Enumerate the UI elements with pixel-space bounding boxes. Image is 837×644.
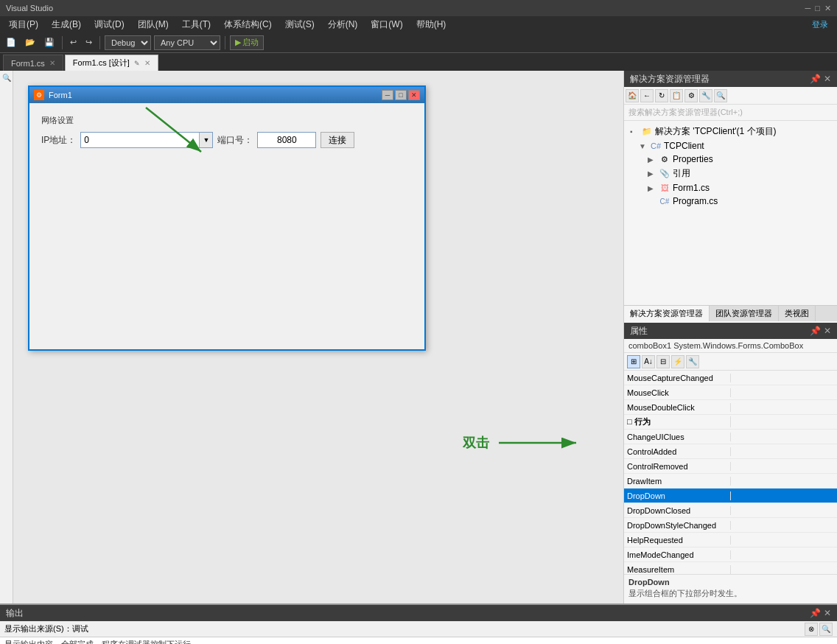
props-properties-btn[interactable]: ⊟: [656, 355, 670, 368]
se-back-btn[interactable]: ←: [640, 89, 654, 102]
se-refresh-btn[interactable]: ↻: [655, 89, 668, 102]
minimize-btn[interactable]: ─: [805, 4, 811, 13]
output-clear-btn[interactable]: ⊗: [805, 623, 818, 636]
props-row-mousedoubleclick[interactable]: MouseDoubleClick: [624, 400, 837, 415]
tab-designer-close[interactable]: ✕: [144, 59, 150, 67]
menu-item-tools[interactable]: 工具(T): [176, 17, 217, 32]
designer-area: ⚙ Form1 ─ □ ✕ 网络设置 IP地址： ▼ 端口号：: [13, 71, 623, 603]
menu-item-help[interactable]: 帮助(H): [410, 17, 452, 32]
tab-form1-cs-close[interactable]: ✕: [49, 59, 55, 67]
tree-item-program[interactable]: C# Program.cs: [624, 195, 837, 208]
se-search-box[interactable]: 搜索解决方案资源管理器(Ctrl+;): [624, 105, 837, 121]
tab-designer-icon: ✎: [134, 60, 140, 67]
tree-item-form1[interactable]: ▶ 🖼 Form1.cs: [624, 181, 837, 195]
props-row-dropdown[interactable]: DropDown: [624, 489, 837, 503]
props-pin-btn[interactable]: 📌: [810, 326, 821, 336]
props-row-measureitem[interactable]: MeasureItem: [624, 562, 837, 574]
props-row-dropdownstylechanged[interactable]: DropDownStyleChanged: [624, 518, 837, 533]
props-row-changeuicues[interactable]: ChangeUIClues: [624, 430, 837, 444]
se-copy-btn[interactable]: 📋: [670, 89, 683, 102]
separator-2: [99, 36, 100, 49]
port-input[interactable]: [257, 132, 316, 148]
output-body: 显示输出内容，全部完成，程序在调试器控制下运行...: [0, 637, 837, 644]
tree-item-properties[interactable]: ▶ ⚙ Properties: [624, 153, 837, 166]
props-row-controlremoved[interactable]: ControlRemoved: [624, 459, 837, 474]
props-row-drawitem[interactable]: DrawItem: [624, 474, 837, 489]
solution-explorer-header: 解决方案资源管理器 📌 ✕: [624, 71, 837, 87]
se-settings-btn[interactable]: 🔧: [699, 89, 712, 102]
se-tab-class[interactable]: 类视图: [779, 306, 816, 321]
toolbar-btn-open[interactable]: 📂: [22, 36, 38, 49]
form-window: ⚙ Form1 ─ □ ✕ 网络设置 IP地址： ▼ 端口号：: [28, 85, 426, 351]
form-row-ip: IP地址： ▼ 端口号： 连接: [41, 132, 413, 148]
props-row-mouseclick[interactable]: MouseClick: [624, 385, 837, 400]
props-row-imemodechanged[interactable]: ImeModeChanged: [624, 547, 837, 562]
se-close-btn[interactable]: ✕: [824, 74, 831, 84]
props-alphabetical-btn[interactable]: A↓: [642, 355, 655, 368]
props-name-helprequested: HelpRequested: [624, 536, 731, 545]
menu-item-window[interactable]: 窗口(W): [365, 17, 408, 32]
left-gutter: 🔍: [0, 71, 13, 603]
menu-item-test[interactable]: 测试(S): [279, 17, 321, 32]
references-icon: 📎: [659, 169, 670, 179]
toolbar-btn-redo[interactable]: ↪: [83, 36, 95, 49]
se-tab-team[interactable]: 团队资源管理器: [710, 306, 779, 321]
tree-item-references[interactable]: ▶ 📎 引用: [624, 166, 837, 181]
props-search-btn[interactable]: 🔧: [686, 355, 699, 368]
tree-item-project[interactable]: ▼ C# TCPClient: [624, 139, 837, 153]
props-categorized-btn[interactable]: ⊞: [627, 355, 640, 368]
se-tab-solution[interactable]: 解决方案资源管理器: [624, 306, 710, 321]
form-title-text: Form1: [49, 91, 382, 99]
toolbar-btn-undo[interactable]: ↩: [67, 36, 80, 49]
tree-item-solution[interactable]: ▪ 📁 解决方案 'TCPClient'(1 个项目): [624, 124, 837, 139]
debug-config-select[interactable]: Debug: [105, 35, 151, 50]
props-panel-close-btn[interactable]: ✕: [824, 326, 831, 336]
props-section-behavior-label: □ 行为: [624, 416, 731, 427]
connect-button[interactable]: 连接: [321, 132, 354, 148]
ip-input[interactable]: [81, 133, 199, 147]
menu-item-build[interactable]: 生成(B): [46, 17, 87, 32]
toolbar-btn-save[interactable]: 💾: [41, 36, 57, 49]
gutter-search-icon[interactable]: 🔍: [2, 74, 11, 82]
close-btn[interactable]: ✕: [824, 4, 831, 13]
cpu-config-select[interactable]: Any CPU: [154, 35, 220, 50]
menu-item-arch[interactable]: 体系结构(C): [218, 17, 278, 32]
props-row-helprequested[interactable]: HelpRequested: [624, 533, 837, 547]
se-home-btn[interactable]: 🏠: [626, 89, 639, 102]
tab-bar: Form1.cs ✕ Form1.cs [设计] ✎ ✕: [0, 53, 837, 71]
tab-form1-designer-label: Form1.cs [设计]: [73, 57, 130, 69]
menu-item-debug[interactable]: 调试(D): [88, 17, 130, 32]
props-name-controlremoved: ControlRemoved: [624, 462, 731, 471]
output-close-btn[interactable]: ✕: [824, 608, 831, 618]
props-row-mousecapturechanged[interactable]: MouseCaptureChanged: [624, 371, 837, 385]
output-dock-btn[interactable]: 📌: [810, 608, 821, 618]
double-click-text: 双击: [463, 434, 489, 452]
menu-item-team[interactable]: 团队(M): [132, 17, 175, 32]
menu-item-analyze[interactable]: 分析(N): [322, 17, 364, 32]
tab-form1-cs[interactable]: Form1.cs ✕: [3, 55, 63, 71]
login-link[interactable]: 登录: [812, 19, 834, 30]
menu-item-project[interactable]: 项目(P): [3, 17, 44, 32]
ip-combobox[interactable]: ▼: [80, 132, 213, 148]
maximize-btn[interactable]: □: [815, 4, 820, 13]
solution-expand-icon: ▪: [630, 127, 639, 136]
se-tree: ▪ 📁 解决方案 'TCPClient'(1 个项目) ▼ C# TCPClie…: [624, 121, 837, 305]
right-panel: 解决方案资源管理器 📌 ✕ 🏠 ← ↻ 📋 ⚙ 🔧 🔍 搜索解决方案资源管理器(…: [623, 71, 837, 603]
se-filter-btn[interactable]: ⚙: [684, 89, 698, 102]
toolbar-btn-new[interactable]: 📄: [3, 36, 19, 49]
combo-dropdown-arrow[interactable]: ▼: [199, 133, 212, 147]
form-restore-btn[interactable]: □: [395, 90, 407, 100]
se-header-buttons: 📌 ✕: [810, 74, 831, 84]
props-events-btn[interactable]: ⚡: [671, 355, 684, 368]
form-close-btn[interactable]: ✕: [408, 90, 420, 100]
project-icon: C#: [651, 141, 661, 151]
start-button[interactable]: ▶ 启动: [230, 35, 264, 50]
props-name-measureitem: MeasureItem: [624, 565, 731, 574]
tab-form1-designer[interactable]: Form1.cs [设计] ✎ ✕: [65, 55, 158, 71]
se-search-btn[interactable]: 🔍: [714, 89, 727, 102]
output-search-btn[interactable]: 🔍: [819, 623, 833, 636]
props-row-controladded[interactable]: ControlAdded: [624, 444, 837, 459]
props-row-dropdownclosed[interactable]: DropDownClosed: [624, 503, 837, 518]
se-pin-btn[interactable]: 📌: [810, 74, 821, 84]
form-minimize-btn[interactable]: ─: [382, 90, 393, 100]
